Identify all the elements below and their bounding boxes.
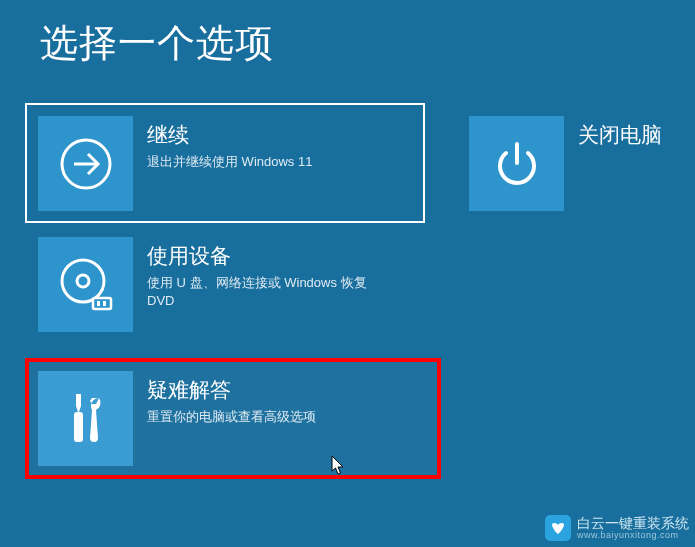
continue-subtitle: 退出并继续使用 Windows 11 xyxy=(147,153,312,171)
options-container: 继续 退出并继续使用 Windows 11 关闭电脑 xyxy=(0,69,695,479)
power-icon xyxy=(469,116,564,211)
use-device-subtitle: 使用 U 盘、网络连接或 Windows 恢复 DVD xyxy=(147,274,397,309)
svg-point-4 xyxy=(77,275,89,287)
continue-tile[interactable]: 继续 退出并继续使用 Windows 11 xyxy=(25,103,425,223)
troubleshoot-subtitle: 重置你的电脑或查看高级选项 xyxy=(147,408,316,426)
troubleshoot-highlight: 疑难解答 重置你的电脑或查看高级选项 xyxy=(25,358,441,479)
watermark-url: www.baiyunxitong.com xyxy=(577,530,689,540)
svg-rect-8 xyxy=(76,394,81,406)
svg-marker-9 xyxy=(76,406,81,412)
svg-rect-5 xyxy=(93,298,111,309)
watermark-badge-icon xyxy=(545,515,571,541)
svg-rect-10 xyxy=(74,412,83,442)
tools-icon xyxy=(38,371,133,466)
use-device-tile[interactable]: 使用设备 使用 U 盘、网络连接或 Windows 恢复 DVD xyxy=(38,237,695,332)
svg-rect-6 xyxy=(97,301,100,306)
troubleshoot-tile[interactable]: 疑难解答 重置你的电脑或查看高级选项 xyxy=(38,371,428,466)
disc-usb-icon xyxy=(38,237,133,332)
svg-point-3 xyxy=(62,260,104,302)
use-device-title: 使用设备 xyxy=(147,243,397,268)
shutdown-title: 关闭电脑 xyxy=(578,122,662,147)
svg-rect-7 xyxy=(103,301,106,306)
troubleshoot-title: 疑难解答 xyxy=(147,377,316,402)
arrow-right-icon xyxy=(38,116,133,211)
continue-title: 继续 xyxy=(147,122,312,147)
watermark-brand: 白云一键重装系统 xyxy=(577,516,689,530)
page-title: 选择一个选项 xyxy=(0,0,695,69)
watermark: 白云一键重装系统 www.baiyunxitong.com xyxy=(545,515,689,541)
shutdown-tile[interactable]: 关闭电脑 xyxy=(469,103,662,211)
